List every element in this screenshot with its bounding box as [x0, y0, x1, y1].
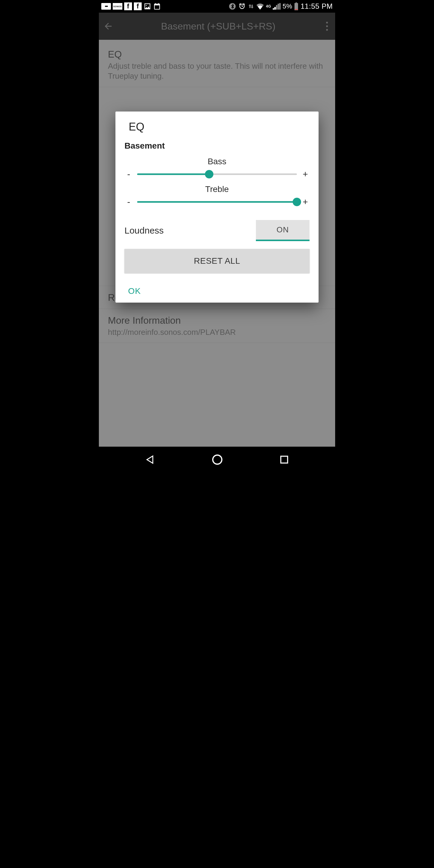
treble-slider-block: Treble - + [124, 184, 310, 208]
treble-slider[interactable] [137, 196, 297, 208]
battery-icon [294, 2, 299, 10]
wifi-icon [256, 3, 264, 10]
svg-rect-1 [295, 9, 298, 10]
treble-plus-button[interactable]: + [301, 197, 310, 207]
treble-label: Treble [124, 184, 310, 194]
treble-slider-fill [137, 201, 297, 203]
bass-minus-button[interactable]: - [124, 169, 133, 179]
battery-percent: 5% [282, 2, 292, 10]
alarm-icon [238, 2, 246, 10]
status-right-icons: 4G 5% 11:55 PM [228, 2, 333, 10]
status-bar: ••• SONOS f f 4G [99, 0, 335, 13]
more-notif-icon: ••• [101, 3, 111, 10]
nav-home-button[interactable] [211, 454, 223, 466]
dialog-room-name: Basement [124, 141, 310, 151]
nav-recents-button[interactable] [279, 455, 289, 465]
facebook-notif-icon: f [124, 2, 132, 10]
bass-slider-block: Bass - + [124, 157, 310, 180]
bluetooth-icon [228, 2, 236, 10]
network-label: 4G [266, 4, 271, 8]
bass-plus-button[interactable]: + [301, 169, 310, 179]
bass-label: Bass [124, 157, 310, 166]
bass-slider-fill [137, 174, 209, 175]
treble-minus-button[interactable]: - [124, 197, 133, 207]
status-left-icons: ••• SONOS f f [101, 2, 161, 10]
reset-all-button[interactable]: RESET ALL [124, 249, 310, 273]
sonos-notif-icon: SONOS [113, 3, 122, 10]
ok-button[interactable]: OK [128, 286, 141, 296]
facebook-notif-icon: f [134, 2, 142, 10]
loudness-row: Loudness ON [124, 220, 310, 241]
bass-slider[interactable] [137, 168, 297, 180]
loudness-toggle[interactable]: ON [256, 220, 310, 241]
svg-rect-3 [281, 456, 287, 463]
dialog-title: EQ [124, 121, 310, 133]
treble-slider-thumb[interactable] [293, 198, 301, 206]
screen: ••• SONOS f f 4G [99, 0, 335, 472]
data-sync-icon [248, 3, 254, 10]
bass-slider-thumb[interactable] [205, 170, 213, 179]
calendar-notif-icon [153, 2, 161, 10]
photo-notif-icon [144, 2, 151, 10]
cell-signal-icon [273, 3, 281, 10]
nav-back-button[interactable] [145, 454, 156, 465]
status-clock: 11:55 PM [301, 2, 333, 10]
android-nav-bar [99, 447, 335, 472]
loudness-label: Loudness [124, 225, 164, 236]
eq-dialog: EQ Basement Bass - + Treble - [116, 112, 318, 303]
svg-point-2 [213, 455, 222, 464]
